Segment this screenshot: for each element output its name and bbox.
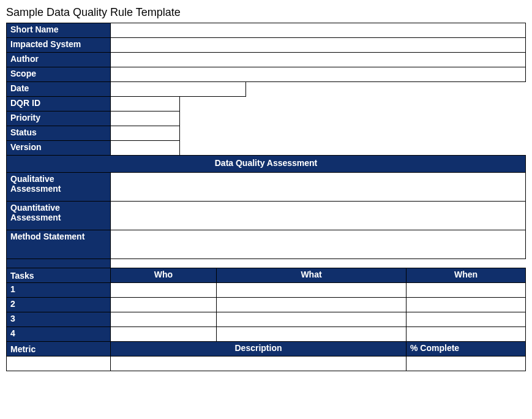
label-short-name: Short Name (7, 23, 111, 38)
row-tasks-header: Tasks Who What When (7, 268, 526, 283)
task-when-2[interactable] (406, 298, 526, 312)
metric-name[interactable] (7, 357, 111, 371)
template-table: Short Name Impacted System Author Scope … (6, 23, 526, 371)
metric-pct-complete[interactable] (406, 357, 526, 371)
page-title: Sample Data Quality Rule Template (6, 6, 526, 19)
label-author: Author (7, 53, 111, 67)
value-date[interactable] (111, 82, 246, 97)
row-assessment-header: Data Quality Assessment (7, 156, 526, 173)
value-short-name[interactable] (111, 23, 526, 38)
label-priority: Priority (7, 111, 111, 126)
row-date: Date (7, 82, 526, 97)
label-dqr-id: DQR ID (7, 97, 111, 111)
value-status[interactable] (111, 126, 180, 141)
row-impacted-system: Impacted System (7, 38, 526, 53)
task-when-3[interactable] (406, 312, 526, 327)
row-status: Status (7, 126, 526, 141)
value-method-statement[interactable] (111, 230, 526, 259)
row-dqr-id: DQR ID (7, 97, 526, 111)
task-what-4[interactable] (217, 327, 406, 342)
row-version: Version (7, 141, 526, 156)
value-version[interactable] (111, 141, 180, 156)
task-who-2[interactable] (111, 298, 217, 312)
label-metric: Metric (7, 342, 111, 357)
value-scope[interactable] (111, 67, 526, 82)
label-tasks: Tasks (7, 268, 111, 283)
spacer-row (7, 259, 526, 268)
task-num-4: 4 (7, 327, 111, 342)
task-what-3[interactable] (217, 312, 406, 327)
task-num-3: 3 (7, 312, 111, 327)
label-date: Date (7, 82, 111, 97)
value-dqr-id[interactable] (111, 97, 180, 111)
label-status: Status (7, 126, 111, 141)
assessment-header: Data Quality Assessment (7, 156, 526, 173)
label-scope: Scope (7, 67, 111, 82)
col-who: Who (111, 268, 217, 283)
label-version: Version (7, 141, 111, 156)
task-num-2: 2 (7, 298, 111, 312)
value-qualitative[interactable] (111, 173, 526, 202)
task-row-3: 3 (7, 312, 526, 327)
row-metric-header: Metric Description % Complete (7, 342, 526, 357)
task-num-1: 1 (7, 283, 111, 298)
task-when-1[interactable] (406, 283, 526, 298)
task-what-1[interactable] (217, 283, 406, 298)
row-priority: Priority (7, 111, 526, 126)
task-who-4[interactable] (111, 327, 217, 342)
task-row-1: 1 (7, 283, 526, 298)
row-short-name: Short Name (7, 23, 526, 38)
task-when-4[interactable] (406, 327, 526, 342)
metric-description[interactable] (111, 357, 406, 371)
task-who-1[interactable] (111, 283, 217, 298)
value-priority[interactable] (111, 111, 180, 126)
value-author[interactable] (111, 53, 526, 67)
row-author: Author (7, 53, 526, 67)
metric-row (7, 357, 526, 371)
row-quantitative: Quantitative Assessment (7, 202, 526, 230)
task-what-2[interactable] (217, 298, 406, 312)
col-what: What (217, 268, 406, 283)
col-description: Description (111, 342, 406, 357)
label-method-statement: Method Statement (7, 230, 111, 259)
label-qualitative: Qualitative Assessment (7, 173, 111, 202)
label-quantitative: Quantitative Assessment (7, 202, 111, 230)
row-method-statement: Method Statement (7, 230, 526, 259)
row-scope: Scope (7, 67, 526, 82)
col-pct-complete: % Complete (406, 342, 526, 357)
label-impacted-system: Impacted System (7, 38, 111, 53)
task-row-4: 4 (7, 327, 526, 342)
task-who-3[interactable] (111, 312, 217, 327)
row-qualitative: Qualitative Assessment (7, 173, 526, 202)
value-quantitative[interactable] (111, 202, 526, 230)
task-row-2: 2 (7, 298, 526, 312)
value-impacted-system[interactable] (111, 38, 526, 53)
col-when: When (406, 268, 526, 283)
